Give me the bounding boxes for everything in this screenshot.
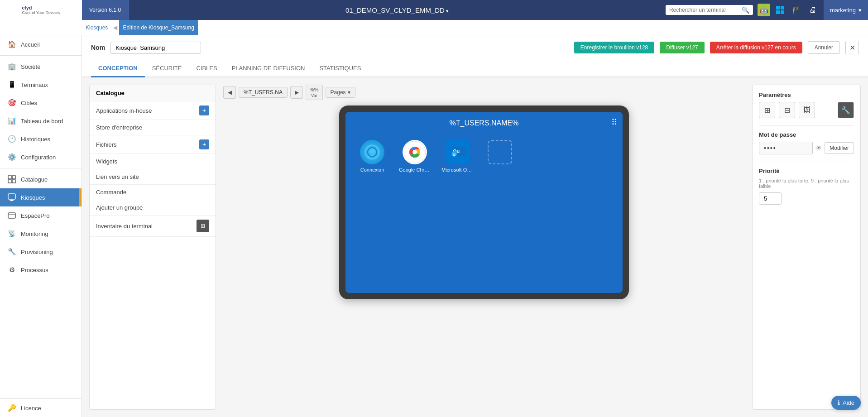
layout3-button[interactable]: 🖼	[799, 102, 815, 118]
tool-button[interactable]: 🔧	[838, 102, 854, 118]
tablet-grid-icon[interactable]: ⠿	[611, 117, 617, 127]
add-apps-inhouse-button[interactable]: +	[199, 105, 209, 115]
catalogue-item-store[interactable]: Store d'entreprise	[90, 120, 216, 135]
catalogue-item-commande[interactable]: Commande	[90, 185, 216, 200]
connexion-icon-img	[360, 140, 384, 164]
windows-icon[interactable]	[774, 4, 786, 16]
stop-button[interactable]: Arrêter la diffusion v127 en cours	[710, 42, 802, 53]
user-menu[interactable]: marketing ▾	[824, 0, 868, 20]
content-area: Nom Enregistrer le brouillon v128 Diffus…	[82, 35, 868, 417]
user-arrow: ▾	[858, 7, 862, 14]
cancel-button[interactable]: Annuler	[808, 41, 840, 54]
tablet-username: %T_USERS.NAME%	[353, 119, 615, 127]
editor-body: Catalogue Applications in-house + Store …	[82, 77, 868, 417]
app-icon-chrome[interactable]: Google Chro...	[399, 140, 431, 173]
config-icon: ⚙️	[7, 153, 16, 162]
priority-input[interactable]	[759, 192, 782, 205]
printer-icon[interactable]: 🖨	[806, 4, 819, 16]
sidebar-item-licence[interactable]: 🔑 Licence	[0, 399, 82, 417]
modify-password-button[interactable]: Modifier	[825, 142, 854, 154]
breadcrumb-kiosques[interactable]: Kiosques	[82, 20, 111, 35]
password-row: •••• 👁 Modifier	[759, 142, 854, 154]
password-dots: ••••	[759, 142, 813, 154]
catalogue-item-fichiers[interactable]: Fichiers +	[90, 135, 216, 154]
tab-planning[interactable]: PLANNING DE DIFFUSION	[225, 60, 312, 77]
svg-rect-8	[8, 194, 15, 199]
save-draft-button[interactable]: Enregistrer le brouillon v128	[574, 42, 654, 53]
tab-cibles[interactable]: CIBLES	[189, 60, 224, 77]
next-page-button[interactable]: ▶	[290, 86, 303, 99]
search-input[interactable]	[669, 7, 742, 13]
tab-securite[interactable]: SÉCURITÉ	[145, 60, 189, 77]
catalogue-item-apps-inhouse[interactable]: Applications in-house +	[90, 101, 216, 120]
prev-page-button[interactable]: ◀	[223, 86, 236, 99]
catalogue-item-inventaire[interactable]: Inventaire du terminal ⊞	[90, 216, 216, 237]
sidebar-item-monitoring[interactable]: 📡 Monitoring	[0, 225, 82, 243]
search-button[interactable]: 🔍	[742, 6, 749, 14]
monitoring-icon: 📡	[7, 229, 16, 238]
add-fichiers-button[interactable]: +	[199, 139, 209, 149]
top-bar: clyd Control Your Devices Version 6.1.0 …	[0, 0, 868, 20]
sidebar-item-catalogue[interactable]: Catalogue	[0, 170, 82, 188]
app-icon-empty[interactable]	[484, 140, 516, 167]
catalogue-item-groupe[interactable]: Ajouter un groupe	[90, 200, 216, 216]
sidebar-item-espacepro[interactable]: EspacePro	[0, 206, 82, 225]
svg-point-14	[370, 149, 374, 153]
publish-button[interactable]: Diffuser v127	[660, 42, 704, 53]
logo-area: clyd Control Your Devices	[0, 0, 82, 20]
svg-rect-7	[12, 180, 15, 183]
tabs-bar: CONCEPTION SÉCURITÉ CIBLES PLANNING DE D…	[82, 60, 868, 77]
sidebar-bottom: 🔑 Licence	[0, 398, 82, 417]
params-title: Paramètres	[759, 91, 854, 98]
var-button[interactable]: %%Var	[306, 85, 323, 100]
licence-icon: 🔑	[7, 403, 16, 412]
svg-rect-1	[781, 6, 784, 10]
inventaire-icon-button[interactable]: ⊞	[197, 220, 209, 232]
svg-rect-11	[8, 213, 15, 218]
kiosque-icon	[7, 193, 16, 202]
device-icon: 📱	[7, 80, 16, 89]
password-title: Mot de passe	[759, 131, 854, 138]
app-icons-row: Connexion	[353, 136, 615, 176]
svg-rect-0	[776, 6, 780, 10]
history-icon: 🕐	[7, 134, 16, 144]
sidebar-item-processus[interactable]: ⚙ Processus	[0, 261, 82, 279]
flag-icon[interactable]: 🏴	[790, 4, 803, 16]
sidebar-item-tableau-de-bord[interactable]: 📊 Tableau de bord	[0, 112, 82, 130]
layout2-button[interactable]: ⊟	[779, 102, 795, 118]
app-icon-outlook[interactable]: Ou O Microsoft Ou...	[441, 140, 473, 173]
help-button[interactable]: ℹ Aide	[831, 396, 861, 410]
android-icon[interactable]: 🤖	[758, 4, 770, 16]
close-button[interactable]: ✕	[845, 41, 859, 54]
svg-rect-4	[8, 176, 11, 179]
sidebar-item-kiosques[interactable]: Kiosques	[0, 188, 82, 206]
svg-point-17	[412, 150, 417, 154]
sidebar-item-cibles[interactable]: 🎯 Cibles	[0, 94, 82, 112]
home-icon: 🏠	[7, 40, 16, 49]
breadcrumb-edition[interactable]: Edition de Kiosque_Samsung	[119, 20, 197, 35]
user-name: marketing	[830, 7, 856, 14]
toggle-password-button[interactable]: 👁	[815, 144, 822, 152]
sidebar-item-configuration[interactable]: ⚙️ Configuration	[0, 148, 82, 166]
sidebar-item-historiques[interactable]: 🕐 Historiques	[0, 130, 82, 148]
catalogue-item-lien[interactable]: Lien vers un site	[90, 169, 216, 185]
svg-rect-6	[8, 180, 11, 183]
pages-dropdown-button[interactable]: Pages ▾	[326, 87, 355, 98]
kiosk-name-input[interactable]	[110, 42, 201, 54]
catalogue-item-widgets[interactable]: Widgets	[90, 154, 216, 169]
tab-conception[interactable]: CONCEPTION	[91, 60, 145, 77]
var-display: %T_USERS.NA	[239, 87, 288, 98]
help-circle-icon: ℹ	[838, 399, 840, 406]
sidebar-item-societe[interactable]: 🏢 Société	[0, 58, 82, 76]
priority-description: 1 : priorité la plus forte, 9 : priorité…	[759, 178, 854, 189]
sidebar-item-provisioning[interactable]: 🔧 Provisioning	[0, 243, 82, 261]
dashboard-icon: 📊	[7, 116, 16, 125]
sidebar-item-terminaux[interactable]: 📱 Terminaux	[0, 76, 82, 94]
sidebar-item-accueil[interactable]: 🏠 Accueil	[0, 35, 82, 53]
app-title[interactable]: 01_DEMO_SV_CLYD_EMM_DD	[129, 6, 666, 14]
svg-rect-3	[781, 10, 784, 14]
tab-statistiques[interactable]: STATISTIQUES	[312, 60, 368, 77]
app-icon-connexion[interactable]: Connexion	[356, 140, 388, 173]
layout1-button[interactable]: ⊞	[759, 102, 775, 118]
logo-text: clyd	[22, 5, 60, 10]
